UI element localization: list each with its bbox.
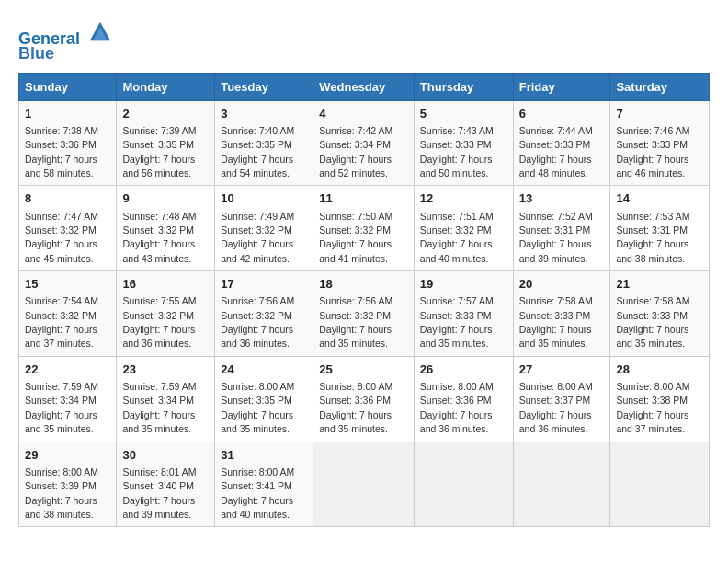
day-number: 7 [616, 106, 703, 122]
daylight-text: Daylight: 7 hours and 45 minutes. [25, 238, 97, 263]
daylight-text: Daylight: 7 hours and 36 minutes. [221, 324, 293, 349]
sunset-text: Sunset: 3:34 PM [122, 395, 194, 406]
header-day-friday: Friday [513, 73, 610, 100]
calendar-cell: 14 Sunrise: 7:53 AM Sunset: 3:31 PM Dayl… [610, 186, 710, 271]
calendar-cell [610, 442, 710, 527]
calendar-cell: 3 Sunrise: 7:40 AM Sunset: 3:35 PM Dayli… [215, 100, 313, 186]
sunset-text: Sunset: 3:41 PM [221, 480, 292, 491]
day-number: 15 [25, 276, 110, 293]
day-number: 13 [519, 190, 605, 207]
calendar-cell: 9 Sunrise: 7:48 AM Sunset: 3:32 PM Dayli… [117, 186, 215, 271]
sunset-text: Sunset: 3:32 PM [122, 224, 194, 236]
calendar-cell: 15 Sunrise: 7:54 AM Sunset: 3:32 PM Dayl… [19, 271, 117, 357]
sunrise-text: Sunrise: 8:00 AM [519, 381, 593, 392]
sunrise-text: Sunrise: 7:58 AM [616, 295, 689, 306]
sunrise-text: Sunrise: 7:52 AM [519, 211, 593, 222]
calendar-cell: 17 Sunrise: 7:56 AM Sunset: 3:32 PM Dayl… [215, 271, 313, 357]
daylight-text: Daylight: 7 hours and 40 minutes. [221, 495, 293, 520]
sunrise-text: Sunrise: 8:01 AM [122, 466, 196, 477]
calendar-week-3: 15 Sunrise: 7:54 AM Sunset: 3:32 PM Dayl… [19, 271, 710, 357]
daylight-text: Daylight: 7 hours and 36 minutes. [122, 324, 195, 349]
daylight-text: Daylight: 7 hours and 54 minutes. [221, 154, 293, 178]
day-number: 14 [616, 190, 703, 207]
calendar-cell: 26 Sunrise: 8:00 AM Sunset: 3:36 PM Dayl… [414, 356, 513, 442]
calendar-cell: 10 Sunrise: 7:49 AM Sunset: 3:32 PM Dayl… [215, 186, 313, 271]
sunrise-text: Sunrise: 7:48 AM [122, 211, 196, 222]
sunrise-text: Sunrise: 7:53 AM [616, 211, 689, 222]
calendar-cell: 28 Sunrise: 8:00 AM Sunset: 3:38 PM Dayl… [610, 356, 710, 442]
sunrise-text: Sunrise: 7:58 AM [519, 295, 593, 306]
daylight-text: Daylight: 7 hours and 46 minutes. [616, 154, 688, 178]
header: General Blue [18, 15, 710, 63]
day-number: 25 [319, 362, 408, 378]
calendar-cell: 16 Sunrise: 7:55 AM Sunset: 3:32 PM Dayl… [117, 271, 215, 357]
daylight-text: Daylight: 7 hours and 58 minutes. [25, 154, 97, 178]
sunset-text: Sunset: 3:33 PM [616, 310, 688, 321]
sunrise-text: Sunrise: 7:43 AM [420, 125, 494, 136]
daylight-text: Daylight: 7 hours and 41 minutes. [319, 238, 392, 263]
logo: General Blue [18, 18, 112, 63]
calendar-cell: 1 Sunrise: 7:38 AM Sunset: 3:36 PM Dayli… [19, 100, 117, 186]
daylight-text: Daylight: 7 hours and 37 minutes. [616, 409, 688, 434]
sunset-text: Sunset: 3:38 PM [616, 395, 688, 406]
daylight-text: Daylight: 7 hours and 43 minutes. [122, 238, 195, 263]
header-day-tuesday: Tuesday [215, 73, 313, 100]
calendar-cell: 20 Sunrise: 7:58 AM Sunset: 3:33 PM Dayl… [513, 271, 610, 357]
sunrise-text: Sunrise: 8:00 AM [420, 381, 494, 392]
calendar-cell: 2 Sunrise: 7:39 AM Sunset: 3:35 PM Dayli… [117, 100, 215, 186]
sunset-text: Sunset: 3:33 PM [616, 139, 688, 150]
day-number: 18 [319, 276, 408, 293]
logo-icon [86, 18, 112, 44]
day-number: 16 [122, 276, 209, 293]
header-day-wednesday: Wednesday [313, 73, 415, 100]
day-number: 20 [519, 276, 605, 293]
day-number: 17 [221, 276, 307, 293]
calendar-cell: 30 Sunrise: 8:01 AM Sunset: 3:40 PM Dayl… [117, 442, 215, 527]
header-day-thursday: Thursday [414, 73, 513, 100]
sunset-text: Sunset: 3:33 PM [420, 310, 492, 321]
sunset-text: Sunset: 3:37 PM [519, 395, 591, 406]
sunset-text: Sunset: 3:32 PM [420, 224, 492, 236]
sunset-text: Sunset: 3:35 PM [221, 395, 292, 406]
calendar-cell [513, 442, 610, 527]
sunrise-text: Sunrise: 7:39 AM [122, 125, 196, 136]
calendar-cell [313, 442, 415, 527]
calendar-cell: 7 Sunrise: 7:46 AM Sunset: 3:33 PM Dayli… [610, 100, 710, 186]
day-number: 26 [420, 362, 507, 378]
calendar-cell: 11 Sunrise: 7:50 AM Sunset: 3:32 PM Dayl… [313, 186, 415, 271]
day-number: 11 [319, 190, 408, 207]
day-number: 28 [616, 362, 703, 378]
day-number: 29 [25, 447, 110, 464]
day-number: 2 [122, 106, 209, 122]
sunset-text: Sunset: 3:33 PM [519, 310, 591, 321]
calendar-cell: 27 Sunrise: 8:00 AM Sunset: 3:37 PM Dayl… [513, 356, 610, 442]
sunset-text: Sunset: 3:36 PM [420, 395, 492, 406]
day-number: 19 [420, 276, 507, 293]
header-row: SundayMondayTuesdayWednesdayThursdayFrid… [19, 73, 710, 100]
day-number: 5 [420, 106, 507, 122]
sunset-text: Sunset: 3:31 PM [519, 224, 591, 236]
calendar-cell: 19 Sunrise: 7:57 AM Sunset: 3:33 PM Dayl… [414, 271, 513, 357]
sunrise-text: Sunrise: 7:46 AM [616, 125, 689, 136]
header-day-sunday: Sunday [19, 73, 117, 100]
sunrise-text: Sunrise: 7:59 AM [122, 381, 196, 392]
daylight-text: Daylight: 7 hours and 35 minutes. [319, 324, 392, 349]
sunrise-text: Sunrise: 7:51 AM [420, 211, 494, 222]
calendar-cell: 8 Sunrise: 7:47 AM Sunset: 3:32 PM Dayli… [19, 186, 117, 271]
calendar-cell: 21 Sunrise: 7:58 AM Sunset: 3:33 PM Dayl… [610, 271, 710, 357]
daylight-text: Daylight: 7 hours and 35 minutes. [519, 324, 592, 349]
sunset-text: Sunset: 3:32 PM [319, 310, 391, 321]
sunset-text: Sunset: 3:36 PM [319, 395, 391, 406]
calendar-cell [414, 442, 513, 527]
sunrise-text: Sunrise: 7:49 AM [221, 211, 294, 222]
calendar-week-5: 29 Sunrise: 8:00 AM Sunset: 3:39 PM Dayl… [19, 442, 710, 527]
day-number: 3 [221, 106, 307, 122]
calendar-cell: 24 Sunrise: 8:00 AM Sunset: 3:35 PM Dayl… [215, 356, 313, 442]
day-number: 30 [122, 447, 209, 464]
sunset-text: Sunset: 3:33 PM [519, 139, 591, 150]
header-day-monday: Monday [117, 73, 215, 100]
daylight-text: Daylight: 7 hours and 36 minutes. [420, 409, 493, 434]
sunrise-text: Sunrise: 8:00 AM [221, 466, 294, 477]
sunrise-text: Sunrise: 7:59 AM [25, 381, 98, 392]
calendar-week-1: 1 Sunrise: 7:38 AM Sunset: 3:36 PM Dayli… [19, 100, 710, 186]
